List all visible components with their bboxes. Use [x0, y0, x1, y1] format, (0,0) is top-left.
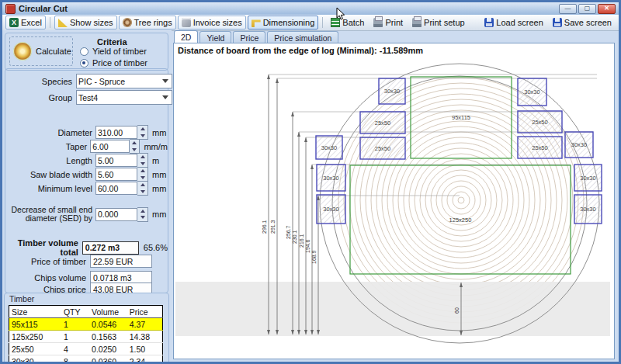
timber-row-30x30[interactable]: 30x3080.03602.34 [9, 355, 163, 364]
species-label: Species [27, 77, 72, 86]
cell: 4.37 [127, 318, 163, 331]
taper-spinner[interactable] [130, 139, 140, 154]
minimize-button[interactable]: — [559, 4, 577, 14]
species-row: SpeciesPIC - Spruce [27, 74, 172, 88]
taper-unit: mm/m [144, 142, 168, 151]
timber-row-25x50[interactable]: 25x5040.02501.50 [9, 343, 163, 355]
window-title: Circular Cut [19, 4, 68, 13]
left-panel: Calculate Criteria Yield of timberPrice … [2, 30, 172, 362]
cell: 4 [61, 343, 89, 355]
calculate-button[interactable]: Calculate [9, 36, 73, 66]
diameter-row: Diameter310.00mm [5, 125, 168, 140]
price-of-timber-row: Price of timber22.59 EUR [5, 255, 168, 268]
taper-input[interactable]: 6.00 [90, 140, 130, 153]
waste-band [175, 282, 610, 336]
board-30x30[interactable]: 30x30 [565, 132, 593, 158]
price-of-timber-value: 22.59 EUR [90, 255, 152, 268]
maximize-button[interactable]: ▢ [578, 4, 596, 14]
radio-price-of-timber[interactable]: Price of timber [80, 58, 147, 68]
diameter-spinner[interactable] [137, 125, 148, 140]
group-row: GroupTest4 [27, 90, 172, 105]
board-30x30[interactable]: 30x30 [317, 165, 345, 191]
radio-label: Yield of timber [92, 47, 147, 56]
length-input[interactable]: 5.00 [95, 154, 137, 167]
group-label: Group [27, 93, 72, 102]
tab-price[interactable]: Price [233, 31, 265, 43]
diameter-input[interactable]: 310.00 [95, 126, 137, 139]
save-screen-button[interactable]: Save screen [549, 16, 616, 29]
minimum-level-spinner[interactable] [137, 181, 148, 196]
column-header-volume[interactable]: Volume [89, 306, 127, 318]
saw-blade-width-label: Saw blade width [5, 170, 92, 179]
title-bar: Circular Cut —▢✕ [2, 2, 619, 15]
save-screen-icon [553, 18, 562, 27]
toolbar: XExcelShow sizesTree ringsInvoice sizesD… [2, 15, 619, 31]
toolbar-label: Dimensioning [263, 18, 315, 27]
sed-row: Decrease of small enddiameter (SED) by 0… [5, 206, 168, 223]
column-header-qty[interactable]: QTY [61, 306, 89, 318]
mouse-cursor [336, 7, 345, 21]
batch-button[interactable]: Batch [327, 16, 368, 29]
board-label: 30x30 [580, 175, 595, 182]
radio-yield-of-timber[interactable]: Yield of timber [80, 47, 147, 56]
minimum-level-row: Minimum level60.00mm [5, 181, 168, 196]
saw-blade-width-spinner[interactable] [137, 167, 148, 182]
load-screen-icon [484, 18, 494, 27]
timber-table[interactable]: SizeQTYVolumePrice 95x11510.05464.37125x… [9, 305, 163, 364]
sed-input[interactable]: 0.000 [95, 208, 137, 221]
cell: 0.0546 [89, 318, 127, 331]
taper-row: Taper6.00mm/m [5, 139, 168, 154]
board-30x30[interactable]: 30x30 [317, 195, 345, 224]
group-select[interactable]: Test4 [76, 90, 172, 105]
length-spinner[interactable] [137, 153, 148, 168]
radio-label: Price of timber [92, 58, 147, 68]
board-30x30[interactable]: 30x30 [574, 165, 602, 191]
timber-row-95x115[interactable]: 95x11510.05464.37 [9, 318, 163, 331]
species-select[interactable]: PIC - Spruce [76, 74, 172, 88]
board-30x30[interactable]: 30x30 [574, 195, 602, 224]
tab-yield[interactable]: Yield [199, 31, 231, 43]
toolbar-label: Tree rings [134, 18, 172, 27]
minimum-level-unit: mm [152, 184, 166, 193]
column-header-size[interactable]: Size [9, 306, 61, 318]
board-25x50[interactable]: 25x50 [518, 137, 562, 158]
tab-price-simulation[interactable]: Price simulation [267, 31, 338, 43]
load-screen-button[interactable]: Load screen [480, 16, 547, 29]
board-30x30[interactable]: 30x30 [518, 78, 546, 106]
print-button[interactable]: Print [369, 16, 407, 29]
toolbar-label: Print setup [424, 18, 465, 27]
dimension-label: 296.1 [262, 220, 267, 234]
timber-row-125x250[interactable]: 125x25010.156314.38 [9, 331, 163, 343]
minimum-level-input[interactable]: 60.00 [95, 182, 137, 195]
excel-button[interactable]: XExcel [5, 16, 46, 29]
show-sizes-button[interactable]: Show sizes [54, 16, 117, 29]
sed-spinner[interactable] [137, 207, 148, 222]
minimum-level-label: Minimum level [5, 184, 92, 193]
saw-blade-width-row: Saw blade width5.60mm [5, 167, 168, 182]
length-unit: m [152, 156, 159, 165]
length-row: Length5.00m [5, 153, 168, 168]
application-window: Circular Cut —▢✕ XExcelShow sizesTree ri… [0, 0, 621, 364]
toolbar-label: Excel [21, 18, 42, 27]
board-25x50[interactable]: 25x50 [360, 112, 405, 133]
toolbar-label: Save screen [564, 18, 612, 27]
board-30x30[interactable]: 30x30 [379, 78, 405, 104]
diameter-label: Diameter [5, 128, 92, 137]
saw-blade-width-input[interactable]: 5.60 [95, 168, 137, 181]
dimensioning-button[interactable]: Dimensioning [248, 16, 319, 29]
cell: 8 [61, 355, 89, 364]
board-label: 30x30 [384, 88, 400, 95]
dimension-label: 291.3 [270, 220, 276, 234]
invoice-sizes-button[interactable]: Invoice sizes [178, 16, 246, 29]
close-button[interactable]: ✕ [598, 4, 616, 14]
timber-volume-total-value: 0.272 m3 [82, 241, 139, 255]
board-25x50[interactable]: 25x50 [360, 137, 405, 159]
tab-2d[interactable]: 2D [174, 30, 198, 43]
tree-rings-button[interactable]: Tree rings [119, 16, 176, 29]
board-25x50[interactable]: 25x50 [518, 111, 562, 133]
board-30x30[interactable]: 30x30 [316, 136, 342, 159]
diagram-canvas: Distance of board from the edge of log (… [173, 43, 615, 359]
column-header-price[interactable]: Price [127, 306, 163, 318]
cell: 0.0360 [89, 355, 127, 364]
print-setup-button[interactable]: Print setup [408, 16, 469, 29]
